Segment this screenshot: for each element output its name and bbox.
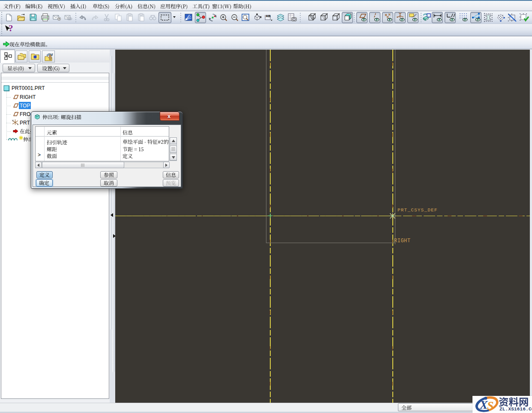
- svg-text:S: S: [487, 399, 494, 412]
- svg-text:AB: AB: [266, 14, 271, 18]
